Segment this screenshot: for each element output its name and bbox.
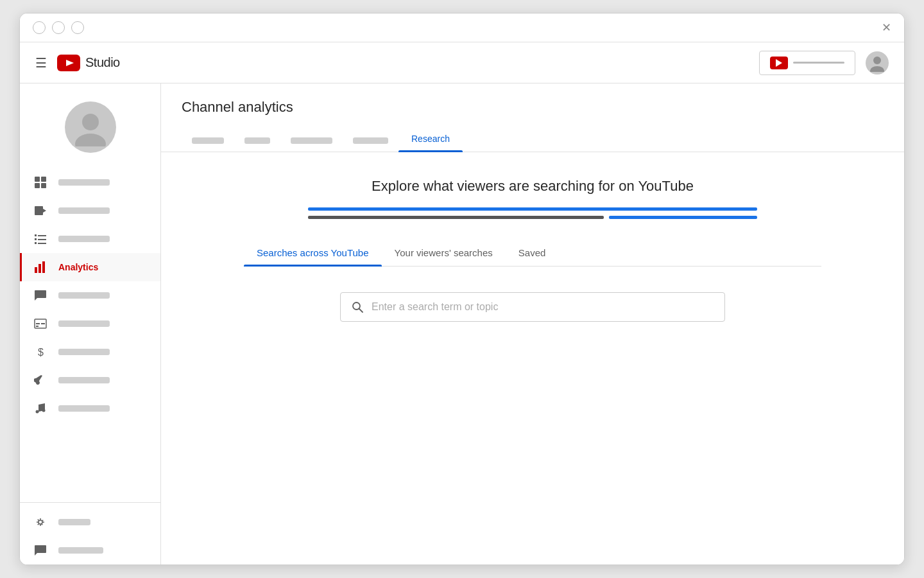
svg-rect-24 [36,326,38,327]
search-box[interactable] [340,292,725,322]
sidebar-avatar-icon [71,108,110,146]
tab-engagement-placeholder [291,137,332,144]
sidebar-item-dashboard[interactable] [20,168,160,197]
feedback-icon [33,543,48,558]
deco-bars [308,207,757,219]
gear-icon [33,514,48,530]
tab-research[interactable]: Research [398,126,463,152]
avatar[interactable] [866,51,889,74]
svg-point-2 [873,57,881,64]
sidebar-settings-label [58,519,90,525]
sidebar-dashboard-label [58,179,110,186]
window-maximize-btn[interactable] [52,21,65,34]
svg-rect-15 [38,239,46,240]
search-input[interactable] [372,301,714,313]
sidebar-playlists-label [58,236,110,242]
header-left: ☰ Studio [35,55,120,71]
sub-tab-viewers-searches[interactable]: Your viewers' searches [382,240,506,266]
svg-rect-6 [35,177,40,182]
studio-label: Studio [85,55,120,70]
svg-marker-11 [43,209,46,213]
svg-rect-16 [35,242,37,244]
brush-icon [33,372,48,388]
tab-audience-placeholder [353,137,388,144]
window-fullscreen-btn[interactable] [71,21,84,34]
sidebar-feedback-label [58,547,103,554]
sidebar-analytics-label: Analytics [58,262,98,272]
logo-area: Studio [57,55,120,71]
svg-point-4 [82,114,99,130]
avatar-icon [868,54,886,72]
sub-tabs: Searches across YouTube Your viewers' se… [244,240,821,267]
title-bar: ✕ [20,13,904,42]
content-area: Channel analytics Research Explore what … [161,83,904,565]
svg-rect-19 [38,264,41,273]
svg-rect-18 [35,267,37,273]
tab-overview-placeholder [192,137,224,144]
search-container [340,292,725,322]
page-header: Channel analytics [161,83,904,126]
svg-rect-10 [35,206,43,215]
deco-bar-full [308,207,757,211]
tab-reach-placeholder [244,137,270,144]
sidebar-item-feedback[interactable] [20,536,160,565]
sidebar-item-subtitles[interactable] [20,310,160,338]
deco-bar-dark [308,216,604,219]
svg-rect-13 [38,235,46,236]
page-title: Channel analytics [182,99,884,116]
main-layout: Analytics [20,83,904,565]
sidebar-item-monetization[interactable]: $ [20,338,160,366]
svg-line-29 [359,309,363,313]
subtitles-icon [33,316,48,331]
hamburger-icon[interactable]: ☰ [35,55,47,71]
sidebar-audio-label [58,405,110,412]
svg-point-5 [75,134,106,146]
dashboard-icon [33,175,48,190]
create-button[interactable] [759,51,855,75]
create-label-placeholder [793,62,844,64]
svg-point-3 [870,66,884,72]
youtube-logo [57,55,80,71]
sidebar-item-settings[interactable] [20,508,160,536]
svg-point-27 [42,409,46,412]
sidebar-item-playlists[interactable] [20,225,160,253]
sub-tab-saved[interactable]: Saved [506,240,559,266]
svg-rect-8 [35,183,40,188]
sidebar: Analytics [20,83,161,565]
explore-heading: Explore what viewers are searching for o… [372,178,694,195]
sub-tab-searches-across-youtube[interactable]: Searches across YouTube [244,240,382,266]
sidebar-content-label [58,207,110,214]
deco-bar-blue [609,216,757,219]
video-icon [33,203,48,218]
app-header: ☰ Studio [20,42,904,83]
search-icon [351,301,364,313]
deco-bars-row [308,216,757,219]
svg-rect-14 [35,238,37,240]
close-icon[interactable]: ✕ [882,22,891,33]
sidebar-item-comments[interactable] [20,281,160,310]
sidebar-avatar[interactable] [65,101,116,153]
sidebar-bottom [20,502,160,565]
sidebar-avatar-area [20,91,160,168]
svg-rect-20 [42,261,45,273]
create-video-icon [770,57,788,69]
svg-rect-7 [41,177,46,182]
header-right [759,51,889,75]
window-minimize-btn[interactable] [33,21,46,34]
svg-text:$: $ [38,347,44,358]
svg-rect-12 [35,234,37,236]
sidebar-item-customization[interactable] [20,366,160,394]
app-window: ✕ ☰ Studio [19,13,905,565]
svg-rect-17 [38,243,46,244]
main-content: Explore what viewers are searching for o… [161,152,904,565]
sidebar-subtitles-label [58,320,110,327]
sidebar-item-audio-library[interactable] [20,394,160,423]
sidebar-item-analytics[interactable]: Analytics [20,253,160,281]
dollar-icon: $ [33,344,48,360]
sidebar-customization-label [58,377,110,383]
sidebar-comments-label [58,292,110,299]
analytics-icon [33,259,48,275]
sidebar-item-content[interactable] [20,197,160,225]
svg-rect-9 [41,183,46,188]
window-controls [33,21,84,34]
